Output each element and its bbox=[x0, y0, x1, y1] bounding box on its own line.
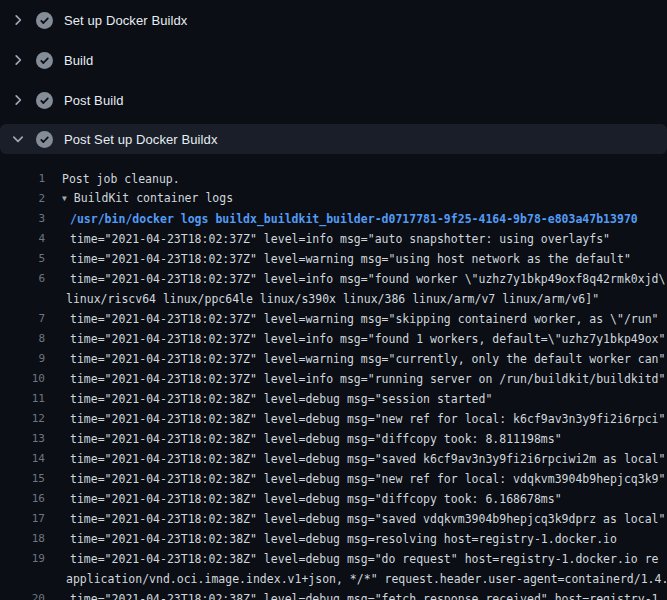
log-line: 17 time="2021-04-23T18:02:38Z" level=deb… bbox=[0, 509, 667, 529]
chevron-down-icon[interactable] bbox=[10, 131, 26, 147]
step-label: Set up Docker Buildx bbox=[64, 13, 187, 28]
log-line: 1 Post job cleanup. bbox=[0, 169, 667, 189]
log-line: 5 time="2021-04-23T18:02:37Z" level=warn… bbox=[0, 249, 667, 269]
log-line: application/vnd.oci.image.index.v1+json,… bbox=[0, 569, 667, 589]
command-text: /usr/bin/docker logs buildx_buildkit_bui… bbox=[70, 209, 638, 229]
log-text: ▼BuildKit container logs bbox=[62, 189, 233, 209]
log-line: 13 time="2021-04-23T18:02:38Z" level=deb… bbox=[0, 429, 667, 449]
line-number[interactable]: 8 bbox=[0, 329, 45, 349]
line-number[interactable]: 18 bbox=[0, 529, 45, 549]
collapse-toggle-icon[interactable]: ▼ bbox=[62, 194, 67, 203]
check-circle-icon bbox=[36, 52, 53, 69]
log-text: time="2021-04-23T18:02:37Z" level=info m… bbox=[70, 329, 665, 349]
log-line: 6 time="2021-04-23T18:02:37Z" level=info… bbox=[0, 269, 667, 289]
line-number[interactable]: 20 bbox=[0, 589, 45, 600]
line-number[interactable]: 12 bbox=[0, 409, 45, 429]
log-text: time="2021-04-23T18:02:38Z" level=debug … bbox=[70, 449, 665, 469]
log-line: 16 time="2021-04-23T18:02:38Z" level=deb… bbox=[0, 489, 667, 509]
line-number[interactable]: 15 bbox=[0, 469, 45, 489]
log-text: time="2021-04-23T18:02:38Z" level=debug … bbox=[70, 509, 665, 529]
log-text: time="2021-04-23T18:02:37Z" level=info m… bbox=[70, 269, 667, 289]
log-line: 9 time="2021-04-23T18:02:37Z" level=warn… bbox=[0, 349, 667, 369]
log-text: time="2021-04-23T18:02:38Z" level=debug … bbox=[70, 489, 562, 509]
line-number[interactable]: 1 bbox=[0, 169, 45, 189]
step-header-post-build[interactable]: Post Build bbox=[0, 80, 667, 120]
line-number[interactable]: 10 bbox=[0, 369, 45, 389]
chevron-right-icon[interactable] bbox=[10, 52, 26, 68]
log-text: time="2021-04-23T18:02:37Z" level=warnin… bbox=[70, 349, 665, 369]
line-number[interactable]: 7 bbox=[0, 309, 45, 329]
log-line: 12 time="2021-04-23T18:02:38Z" level=deb… bbox=[0, 409, 667, 429]
steps-list: Set up Docker Buildx Build Post Build Po… bbox=[0, 0, 667, 154]
line-number[interactable]: 2 bbox=[0, 189, 45, 209]
log-text: time="2021-04-23T18:02:38Z" level=debug … bbox=[70, 529, 617, 549]
check-circle-icon bbox=[36, 131, 53, 148]
log-text: time="2021-04-23T18:02:38Z" level=debug … bbox=[70, 389, 492, 409]
log-text: application/vnd.oci.image.index.v1+json,… bbox=[66, 569, 667, 589]
line-number[interactable]: 6 bbox=[0, 269, 45, 289]
log-line: 15 time="2021-04-23T18:02:38Z" level=deb… bbox=[0, 469, 667, 489]
log-line: 8 time="2021-04-23T18:02:37Z" level=info… bbox=[0, 329, 667, 349]
line-number[interactable]: 19 bbox=[0, 549, 45, 569]
log-line: 4 time="2021-04-23T18:02:37Z" level=info… bbox=[0, 229, 667, 249]
line-number[interactable]: 13 bbox=[0, 429, 45, 449]
line-number[interactable]: 11 bbox=[0, 389, 45, 409]
log-text: time="2021-04-23T18:02:38Z" level=debug … bbox=[70, 549, 659, 569]
log-line: 18 time="2021-04-23T18:02:38Z" level=deb… bbox=[0, 529, 667, 549]
line-number[interactable]: 14 bbox=[0, 449, 45, 469]
log-text: time="2021-04-23T18:02:38Z" level=debug … bbox=[70, 469, 665, 489]
line-number[interactable]: 9 bbox=[0, 349, 45, 369]
log-text: time="2021-04-23T18:02:37Z" level=warnin… bbox=[70, 249, 631, 269]
step-header-set-up-docker-buildx[interactable]: Set up Docker Buildx bbox=[0, 0, 667, 40]
log-line: 7 time="2021-04-23T18:02:37Z" level=warn… bbox=[0, 309, 667, 329]
log-line: 10 time="2021-04-23T18:02:37Z" level=inf… bbox=[0, 369, 667, 389]
chevron-right-icon[interactable] bbox=[10, 12, 26, 28]
line-number[interactable]: 4 bbox=[0, 229, 45, 249]
step-label: Build bbox=[64, 53, 93, 68]
log-line: 20 time="2021-04-23T18:02:38Z" level=deb… bbox=[0, 589, 667, 600]
step-label: Post Build bbox=[64, 93, 124, 108]
log-text: Post job cleanup. bbox=[62, 169, 180, 189]
log-line: 3 /usr/bin/docker logs buildx_buildkit_b… bbox=[0, 209, 667, 229]
log-line[interactable]: 2 ▼BuildKit container logs bbox=[0, 189, 667, 209]
log-text: linux/riscv64 linux/ppc64le linux/s390x … bbox=[66, 289, 599, 309]
log-line: 14 time="2021-04-23T18:02:38Z" level=deb… bbox=[0, 449, 667, 469]
log-line: linux/riscv64 linux/ppc64le linux/s390x … bbox=[0, 289, 667, 309]
log-text: time="2021-04-23T18:02:37Z" level=info m… bbox=[70, 229, 610, 249]
log-text: time="2021-04-23T18:02:37Z" level=info m… bbox=[70, 369, 665, 389]
line-number[interactable]: 3 bbox=[0, 209, 45, 229]
log-text: time="2021-04-23T18:02:38Z" level=debug … bbox=[70, 589, 659, 600]
step-header-post-set-up-docker-buildx[interactable]: Post Set up Docker Buildx bbox=[0, 124, 667, 154]
line-number[interactable]: 16 bbox=[0, 489, 45, 509]
log-viewer: 1 Post job cleanup. 2 ▼BuildKit containe… bbox=[0, 154, 667, 600]
log-group-label: BuildKit container logs bbox=[74, 191, 233, 205]
log-line: 19 time="2021-04-23T18:02:38Z" level=deb… bbox=[0, 549, 667, 569]
step-header-build[interactable]: Build bbox=[0, 40, 667, 80]
check-circle-icon bbox=[36, 92, 53, 109]
log-text: time="2021-04-23T18:02:38Z" level=debug … bbox=[70, 409, 665, 429]
chevron-right-icon[interactable] bbox=[10, 92, 26, 108]
line-number[interactable]: 5 bbox=[0, 249, 45, 269]
step-label: Post Set up Docker Buildx bbox=[64, 132, 218, 147]
log-text: time="2021-04-23T18:02:38Z" level=debug … bbox=[70, 429, 562, 449]
check-circle-icon bbox=[36, 12, 53, 29]
log-line: 11 time="2021-04-23T18:02:38Z" level=deb… bbox=[0, 389, 667, 409]
line-number[interactable]: 17 bbox=[0, 509, 45, 529]
log-text: time="2021-04-23T18:02:37Z" level=warnin… bbox=[70, 309, 659, 329]
